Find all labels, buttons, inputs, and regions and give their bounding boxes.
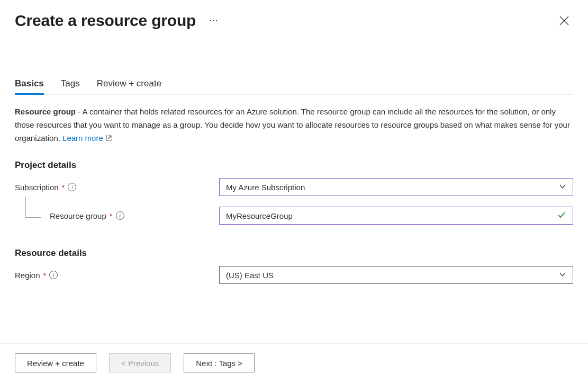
review-create-button[interactable]: Review + create <box>15 353 96 372</box>
description-text: Resource group - A container that holds … <box>15 105 571 145</box>
chevron-down-icon <box>559 183 566 192</box>
info-icon[interactable]: i <box>49 271 58 279</box>
tab-basics[interactable]: Basics <box>15 78 44 95</box>
section-project-details: Project details <box>15 160 573 171</box>
subscription-value: My Azure Subscription <box>226 183 305 192</box>
close-icon[interactable] <box>557 14 571 28</box>
next-button[interactable]: Next : Tags > <box>184 353 255 372</box>
footer: Review + create < Previous Next : Tags > <box>0 343 588 382</box>
tab-tags[interactable]: Tags <box>61 78 80 95</box>
page-title: Create a resource group <box>15 12 196 30</box>
required-indicator: * <box>110 211 113 220</box>
learn-more-link[interactable]: Learn more <box>62 134 112 143</box>
region-label: Region <box>15 271 40 280</box>
info-icon[interactable]: i <box>68 183 76 191</box>
checkmark-icon <box>557 210 566 221</box>
info-icon[interactable]: i <box>116 211 124 220</box>
resource-group-value: MyResourceGroup <box>226 211 293 220</box>
region-select[interactable]: (US) East US <box>219 266 573 284</box>
required-indicator: * <box>43 271 47 280</box>
subscription-select[interactable]: My Azure Subscription <box>219 178 573 196</box>
previous-button: < Previous <box>109 353 171 372</box>
resource-group-label: Resource group <box>50 211 106 220</box>
tree-line <box>25 197 41 218</box>
subscription-label: Subscription <box>15 183 59 192</box>
region-value: (US) East US <box>226 271 274 280</box>
resource-group-input[interactable]: MyResourceGroup <box>219 207 573 225</box>
section-resource-details: Resource details <box>15 248 573 259</box>
tab-review-create[interactable]: Review + create <box>97 78 161 95</box>
external-link-icon <box>105 132 112 146</box>
required-indicator: * <box>62 183 65 192</box>
description-bold: Resource group <box>15 107 76 116</box>
more-icon[interactable]: ⋯ <box>209 14 219 27</box>
chevron-down-icon <box>559 271 566 280</box>
tabs: Basics Tags Review + create <box>15 78 573 95</box>
